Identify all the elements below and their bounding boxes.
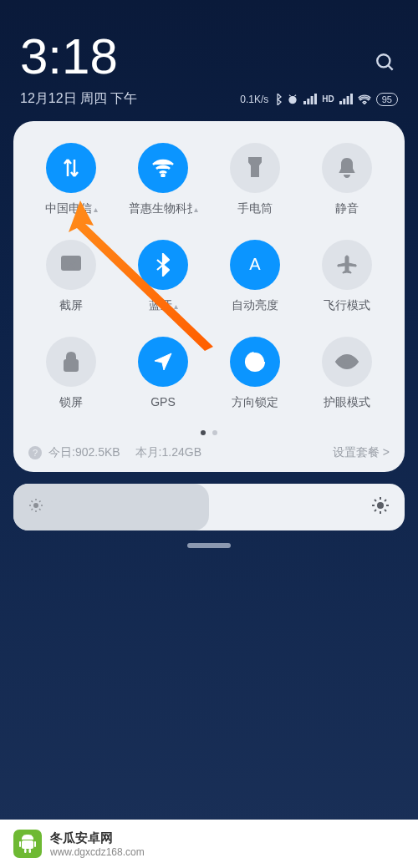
tile-mobile-data[interactable]: 中国电信▴ xyxy=(28,143,114,216)
status-tray: 0.1K/s HD 95 xyxy=(240,93,398,106)
screenshot-icon xyxy=(46,240,96,290)
brightness-low-icon xyxy=(28,498,43,516)
tile-rotation-lock[interactable]: 方向锁定 xyxy=(212,337,298,410)
svg-rect-33 xyxy=(24,849,27,853)
chevron-icon: ▴ xyxy=(94,205,98,214)
page-dot-1 xyxy=(201,430,206,435)
eye-icon xyxy=(322,337,372,387)
footer-site-name: 冬瓜安卓网 xyxy=(50,830,145,846)
bluetooth-icon xyxy=(138,240,188,290)
tile-label: 普惠生物科技 xyxy=(129,201,192,216)
auto-brightness-icon: A xyxy=(230,240,280,290)
svg-line-24 xyxy=(375,500,376,501)
tile-lock[interactable]: 锁屏 xyxy=(28,337,114,410)
tile-label: 方向锁定 xyxy=(232,395,278,410)
svg-line-17 xyxy=(32,509,33,510)
today-value: 902.5KB xyxy=(75,445,120,459)
month-label: 本月: xyxy=(135,445,162,459)
tile-label: 静音 xyxy=(335,201,359,216)
watermark-footer: 冬瓜安卓网 www.dgxcdz168.com xyxy=(0,820,418,868)
svg-line-16 xyxy=(39,509,41,510)
month-value: 1.24GB xyxy=(162,445,201,459)
svg-rect-4 xyxy=(62,256,80,270)
wifi-icon xyxy=(138,143,188,193)
tile-eye-comfort[interactable]: 护眼模式 xyxy=(304,337,390,410)
panel-handle[interactable] xyxy=(187,543,231,548)
tile-label: GPS xyxy=(150,395,176,409)
clock-time: 3:18 xyxy=(20,32,398,82)
svg-point-19 xyxy=(377,502,384,509)
svg-line-26 xyxy=(375,510,376,511)
svg-line-1 xyxy=(388,65,392,69)
brightness-slider[interactable] xyxy=(13,484,405,530)
battery-badge: 95 xyxy=(376,93,398,106)
tile-gps[interactable]: GPS xyxy=(120,337,206,410)
tile-label: 蓝牙 xyxy=(149,298,172,313)
svg-point-9 xyxy=(344,358,350,365)
svg-rect-30 xyxy=(22,840,33,849)
wifi-status-icon xyxy=(358,94,371,104)
svg-rect-8 xyxy=(252,360,258,366)
svg-line-18 xyxy=(39,501,41,503)
lock-icon xyxy=(46,337,96,387)
tile-label: 中国电信 xyxy=(45,201,92,216)
bluetooth-status-icon xyxy=(273,94,282,105)
tile-flashlight[interactable]: 手电筒 xyxy=(212,143,298,216)
date-label: 12月12日 周四 下午 xyxy=(20,90,137,108)
svg-rect-32 xyxy=(34,841,36,847)
hd-label: HD xyxy=(322,94,334,104)
tile-auto-brightness[interactable]: A 自动亮度 xyxy=(212,240,298,313)
signal-icon xyxy=(303,94,317,104)
svg-point-10 xyxy=(33,503,38,508)
svg-line-15 xyxy=(32,501,33,503)
svg-rect-6 xyxy=(64,360,78,371)
data-icon xyxy=(46,143,96,193)
airplane-icon xyxy=(322,240,372,290)
alarm-status-icon xyxy=(287,94,298,105)
brightness-high-icon xyxy=(371,496,390,518)
tile-grid: 中国电信▴ 普惠生物科技▴ 手电筒 静音 截屏 xyxy=(28,143,390,410)
gps-icon xyxy=(138,337,188,387)
tile-label: 飞行模式 xyxy=(324,298,370,313)
chevron-icon: ▴ xyxy=(194,205,198,214)
chevron-icon: ▴ xyxy=(174,302,178,311)
tile-label: 手电筒 xyxy=(237,201,273,216)
tile-bluetooth[interactable]: 蓝牙▴ xyxy=(120,240,206,313)
footer-site-url: www.dgxcdz168.com xyxy=(50,846,145,858)
info-icon: ? xyxy=(28,446,42,459)
data-usage-row[interactable]: ? 今日:902.5KB 本月:1.24GB 设置套餐 > xyxy=(28,445,390,460)
rotation-lock-icon xyxy=(230,337,280,387)
today-label: 今日: xyxy=(48,445,75,459)
flashlight-icon xyxy=(230,143,280,193)
svg-line-27 xyxy=(385,500,386,501)
svg-rect-34 xyxy=(29,849,32,853)
bell-icon xyxy=(322,143,372,193)
svg-point-0 xyxy=(377,54,390,67)
tile-mute[interactable]: 静音 xyxy=(304,143,390,216)
search-icon[interactable] xyxy=(375,52,396,77)
svg-point-3 xyxy=(162,175,165,177)
tile-label: 截屏 xyxy=(59,298,83,313)
tile-wifi[interactable]: 普惠生物科技▴ xyxy=(120,143,206,216)
plan-link[interactable]: 设置套餐 > xyxy=(333,445,390,460)
tile-label: 自动亮度 xyxy=(232,298,278,313)
tile-label: 锁屏 xyxy=(59,395,83,410)
svg-text:A: A xyxy=(249,255,261,273)
status-bar: 3:18 12月12日 周四 下午 0.1K/s HD 95 xyxy=(0,0,418,108)
svg-rect-31 xyxy=(19,841,21,847)
tile-label: 护眼模式 xyxy=(324,395,370,410)
tile-airplane[interactable]: 飞行模式 xyxy=(304,240,390,313)
network-speed: 0.1K/s xyxy=(240,94,268,105)
quick-settings-panel: 中国电信▴ 普惠生物科技▴ 手电筒 静音 截屏 xyxy=(13,121,405,472)
page-dot-2 xyxy=(212,430,217,435)
page-indicator xyxy=(28,430,390,435)
svg-line-25 xyxy=(385,510,386,511)
tile-screenshot[interactable]: 截屏 xyxy=(28,240,114,313)
footer-logo xyxy=(13,830,42,858)
signal2-icon xyxy=(339,94,353,104)
